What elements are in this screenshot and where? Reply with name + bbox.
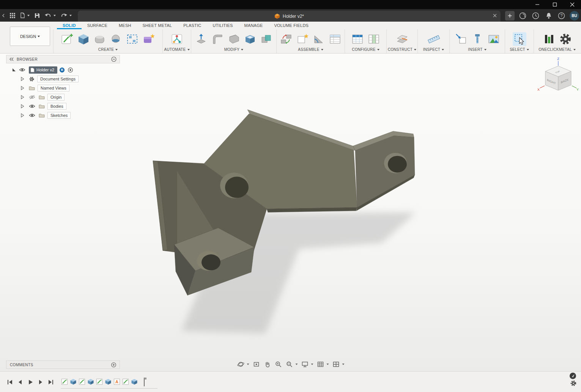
window-maximize-button[interactable]: [546, 0, 564, 9]
minimize-panel-icon[interactable]: [111, 57, 117, 62]
select-tool-icon[interactable]: [513, 32, 526, 46]
expand-root-icon[interactable]: [11, 68, 16, 72]
group-dropdown-oneclickmetal[interactable]: ONECLICKMETAL: [538, 47, 576, 52]
expand-chevron-icon[interactable]: [20, 113, 25, 118]
measure-icon[interactable]: [427, 32, 441, 46]
add-comment-icon[interactable]: [111, 362, 116, 367]
expand-chevron-icon[interactable]: [20, 104, 25, 109]
group-dropdown-insert[interactable]: INSERT: [468, 47, 486, 52]
browser-row-document-settings[interactable]: Document Settings: [6, 74, 120, 83]
visibility-eye-icon[interactable]: [29, 104, 35, 109]
browser-row-root[interactable]: Holder v2 B: [6, 65, 120, 74]
group-dropdown-modify[interactable]: MODIFY: [224, 47, 244, 52]
group-dropdown-automate[interactable]: AUTOMATE: [164, 47, 189, 52]
document-tab[interactable]: Holder v2*: [78, 11, 501, 22]
save-button[interactable]: [35, 13, 40, 18]
group-dropdown-assemble[interactable]: ASSEMBLE: [298, 47, 323, 52]
sketch-feature-icon[interactable]: [61, 378, 68, 385]
fastener-icon[interactable]: [471, 32, 484, 46]
extrude-feature-icon[interactable]: [104, 378, 112, 385]
tab-utilities[interactable]: UTILITIES: [207, 22, 238, 29]
timeline-play-button[interactable]: [27, 378, 34, 386]
viewports-button[interactable]: [332, 360, 345, 368]
chamfer-icon[interactable]: [227, 32, 241, 46]
create-sketch-icon[interactable]: [60, 32, 74, 46]
viewcube[interactable]: Z TOP RIGHT BACK X Y: [537, 55, 580, 98]
create-form-icon[interactable]: [93, 32, 107, 46]
tree-item-label[interactable]: Origin: [47, 94, 65, 101]
job-status-button[interactable]: [518, 11, 527, 20]
undo-button[interactable]: [45, 13, 56, 18]
create-box-icon[interactable]: [77, 32, 90, 46]
insert-derive-icon[interactable]: [454, 32, 468, 46]
group-dropdown-configure[interactable]: CONFIGURE: [352, 47, 379, 52]
new-tab-button[interactable]: [505, 11, 515, 20]
display-settings-button[interactable]: [301, 360, 313, 368]
tab-surface[interactable]: SURFACE: [82, 22, 113, 29]
create-plastic-form-icon[interactable]: [142, 32, 156, 46]
press-pull-icon[interactable]: [194, 32, 208, 46]
tree-item-label[interactable]: Document Settings: [37, 76, 79, 82]
browser-root-item[interactable]: Holder v2: [29, 66, 57, 74]
tab-plastic[interactable]: PLASTIC: [178, 22, 207, 29]
extrude-feature-icon[interactable]: [87, 378, 94, 385]
tab-solid[interactable]: SOLID: [57, 22, 82, 29]
help-button[interactable]: ?: [557, 11, 566, 20]
group-dropdown-create[interactable]: CREATE: [98, 47, 118, 52]
tree-item-label[interactable]: Named Views: [38, 85, 69, 91]
comments-bar[interactable]: COMMENTS: [6, 361, 120, 369]
tree-item-label[interactable]: Bodies: [47, 103, 66, 110]
new-component-icon[interactable]: [296, 32, 309, 46]
joint-icon[interactable]: [279, 32, 293, 46]
sketch-feature-icon[interactable]: [122, 378, 129, 385]
oneclickmetal-icon[interactable]: [542, 32, 556, 46]
fillet-icon[interactable]: [211, 32, 224, 46]
window-close-button[interactable]: [564, 0, 581, 9]
timeline-go-to-start-button[interactable]: [6, 378, 13, 386]
zoom-window-button[interactable]: [285, 360, 298, 368]
configure-features-icon[interactable]: [367, 32, 381, 46]
browser-row-bodies[interactable]: Bodies: [6, 102, 120, 111]
bom-table-icon[interactable]: [328, 32, 342, 46]
visibility-eye-icon[interactable]: [29, 113, 35, 118]
combine-icon[interactable]: [260, 32, 273, 46]
automate-icon[interactable]: [170, 32, 184, 46]
text-feature-icon[interactable]: A: [113, 378, 120, 385]
timeline-go-to-end-button[interactable]: [47, 378, 54, 386]
construct-plane-icon[interactable]: [395, 32, 409, 46]
visibility-eye-icon[interactable]: [19, 68, 25, 72]
look-at-button[interactable]: [252, 360, 260, 368]
window-minimize-button[interactable]: [529, 0, 546, 9]
tab-sheet-metal[interactable]: SHEET METAL: [137, 22, 178, 29]
grid-settings-button[interactable]: [316, 360, 329, 368]
tab-close-button[interactable]: [493, 13, 497, 19]
timeline-step-back-button[interactable]: [16, 378, 24, 386]
expand-chevron-icon[interactable]: [20, 77, 25, 81]
orbit-button[interactable]: [236, 360, 249, 368]
extrude-feature-icon[interactable]: [131, 378, 138, 385]
timeline-position-marker[interactable]: [142, 378, 147, 385]
sketch-feature-icon[interactable]: [96, 378, 103, 385]
tab-manage[interactable]: MANAGE: [239, 22, 269, 29]
app-grid-button[interactable]: [10, 13, 15, 18]
workspace-switcher[interactable]: DESIGN: [10, 27, 50, 46]
tab-mesh[interactable]: MESH: [113, 22, 137, 29]
shell-icon[interactable]: [243, 32, 257, 46]
redo-button[interactable]: [61, 13, 72, 18]
group-dropdown-select[interactable]: SELECT: [510, 47, 529, 52]
browser-row-sketches[interactable]: Sketches: [6, 111, 120, 120]
create-coil-icon[interactable]: [109, 32, 123, 46]
zoom-button[interactable]: [274, 360, 282, 368]
tree-item-label[interactable]: Sketches: [47, 112, 71, 119]
visibility-off-eye-icon[interactable]: [29, 95, 35, 99]
group-dropdown-construct[interactable]: CONSTRUCT: [388, 47, 416, 52]
collapse-panel-icon[interactable]: [9, 57, 14, 61]
browser-header[interactable]: BROWSER: [6, 55, 120, 63]
tab-volume-fields[interactable]: VOLUME FIELDS: [268, 22, 314, 29]
settings-gear-icon[interactable]: [559, 32, 572, 46]
sketch-feature-icon[interactable]: [78, 378, 85, 385]
activate-component-icon[interactable]: [68, 67, 73, 73]
tab-scroll-left-button[interactable]: [2, 13, 5, 18]
group-dropdown-inspect[interactable]: INSPECT: [423, 47, 444, 52]
configuration-table-icon[interactable]: [351, 32, 364, 46]
